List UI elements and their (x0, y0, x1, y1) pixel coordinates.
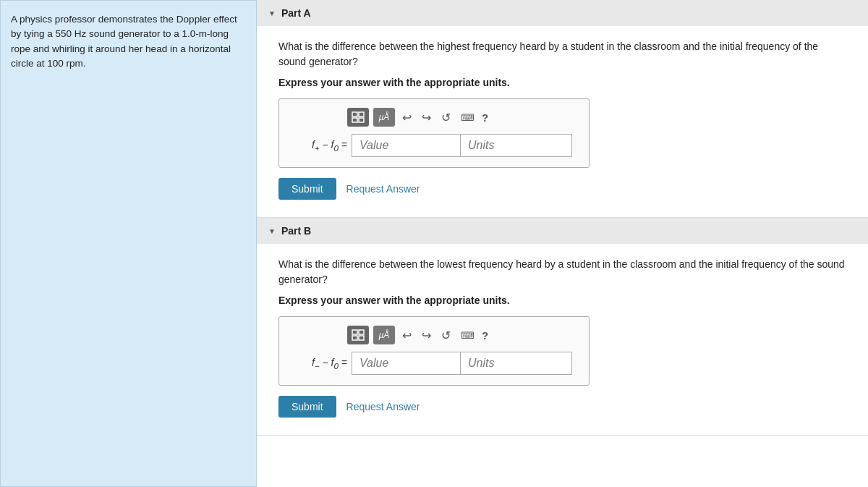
svg-rect-2 (352, 118, 357, 122)
part-b-units-input[interactable] (460, 352, 572, 375)
part-b-redo-icon: ↪ (422, 329, 431, 342)
part-b-undo-icon: ↩ (402, 329, 412, 342)
part-a-answer-box: μÅ ↩ ↪ ↺ ⌨ ? (278, 98, 590, 168)
part-a-undo-icon: ↩ (402, 111, 412, 124)
part-b-matrix-button[interactable] (347, 326, 369, 344)
part-b-answer-box: μÅ ↩ ↪ ↺ ⌨ ? (278, 316, 590, 386)
part-b-keyboard-button[interactable]: ⌨ (458, 329, 477, 342)
part-b-question: What is the difference between the lowes… (278, 257, 846, 287)
part-b-undo-button[interactable]: ↩ (399, 327, 414, 344)
part-b-reset-button[interactable]: ↺ (438, 327, 454, 344)
part-a-redo-button[interactable]: ↪ (419, 109, 434, 126)
part-b-label: Part B (281, 225, 311, 237)
svg-rect-5 (359, 330, 364, 334)
part-a-units-input[interactable] (460, 134, 572, 157)
part-b-mu-button[interactable]: μÅ (373, 326, 395, 344)
part-a-reset-icon: ↺ (441, 111, 451, 124)
part-a-undo-button[interactable]: ↩ (399, 109, 414, 126)
matrix-icon (352, 111, 365, 123)
part-b-mu-label: μÅ (379, 330, 390, 340)
part-a-help-button[interactable]: ? (482, 111, 488, 124)
part-a-matrix-button[interactable] (347, 108, 369, 127)
part-a-section: ▼ Part A What is the difference between … (257, 0, 868, 218)
svg-rect-4 (352, 330, 357, 334)
part-b-redo-button[interactable]: ↪ (419, 327, 434, 344)
svg-rect-6 (352, 336, 357, 340)
part-a-mu-label: μÅ (379, 112, 390, 122)
svg-rect-7 (359, 336, 364, 340)
svg-rect-1 (359, 112, 364, 117)
part-b-help-label: ? (482, 329, 488, 342)
part-a-help-label: ? (482, 111, 488, 124)
part-b-reset-icon: ↺ (441, 329, 451, 342)
part-b-input-row: f− − f0 = (289, 352, 579, 375)
part-a-reset-button[interactable]: ↺ (438, 109, 454, 126)
part-a-keyboard-icon: ⌨ (461, 112, 475, 123)
part-a-redo-icon: ↪ (422, 111, 431, 124)
part-b-request-answer-link[interactable]: Request Answer (346, 401, 420, 412)
part-a-equation-label: f+ − f0 = (289, 139, 347, 153)
part-a-request-answer-link[interactable]: Request Answer (346, 183, 420, 195)
matrix-icon-b (352, 329, 365, 341)
part-b-value-input[interactable] (352, 352, 460, 375)
part-b-express-label: Express your answer with the appropriate… (278, 295, 846, 306)
part-a-toolbar: μÅ ↩ ↪ ↺ ⌨ ? (289, 108, 579, 127)
part-a-express-label: Express your answer with the appropriate… (278, 77, 846, 88)
part-a-action-row: Submit Request Answer (278, 178, 846, 200)
part-a-value-input[interactable] (352, 134, 460, 157)
svg-rect-3 (359, 118, 364, 122)
part-a-input-row: f+ − f0 = (289, 134, 579, 157)
part-a-body: What is the difference between the highe… (257, 26, 868, 217)
part-b-submit-button[interactable]: Submit (278, 396, 336, 418)
part-b-toolbar: μÅ ↩ ↪ ↺ ⌨ ? (289, 326, 579, 344)
part-b-header[interactable]: ▼ Part B (257, 218, 868, 244)
main-content: ▼ Part A What is the difference between … (257, 0, 868, 487)
part-b-keyboard-icon: ⌨ (461, 330, 475, 341)
part-a-question: What is the difference between the highe… (278, 39, 846, 69)
part-b-help-button[interactable]: ? (482, 329, 488, 342)
part-a-label: Part A (281, 7, 311, 19)
part-b-body: What is the difference between the lowes… (257, 244, 868, 435)
svg-rect-0 (352, 112, 357, 117)
part-a-mu-button[interactable]: μÅ (373, 108, 395, 127)
sidebar-text: A physics professor demonstrates the Dop… (11, 12, 246, 71)
part-b-section: ▼ Part B What is the difference between … (257, 218, 868, 436)
part-b-triangle-icon: ▼ (268, 227, 276, 235)
part-a-submit-button[interactable]: Submit (278, 178, 336, 200)
sidebar: A physics professor demonstrates the Dop… (0, 0, 257, 487)
part-b-equation-label: f− − f0 = (289, 357, 347, 370)
part-a-header[interactable]: ▼ Part A (257, 0, 868, 26)
part-a-keyboard-button[interactable]: ⌨ (458, 111, 477, 124)
part-a-triangle-icon: ▼ (268, 9, 276, 17)
part-b-action-row: Submit Request Answer (278, 396, 846, 418)
